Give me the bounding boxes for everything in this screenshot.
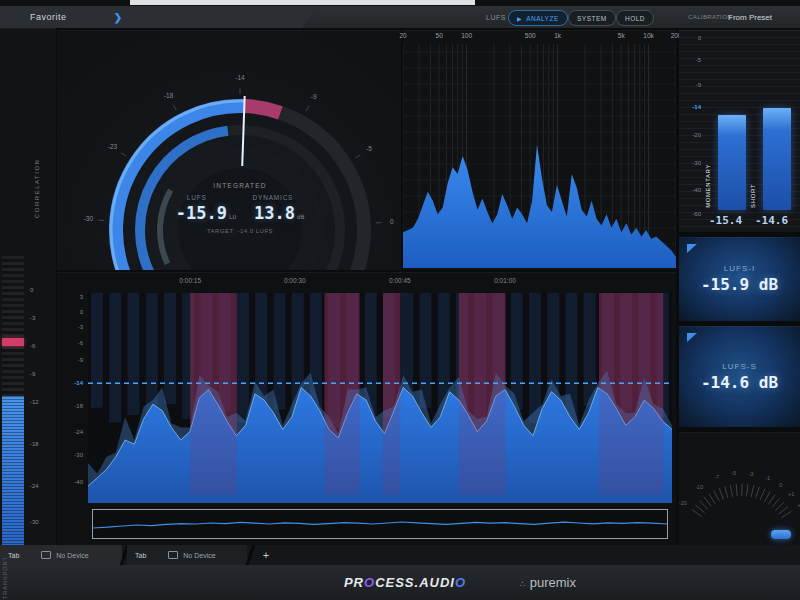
momentary-bar bbox=[718, 115, 746, 210]
peak-scale-label: 0 bbox=[30, 287, 50, 293]
time-tick-label: 0:00:15 bbox=[179, 277, 201, 284]
dynamics-unit: dB bbox=[297, 213, 304, 220]
brand-o-icon: O bbox=[455, 575, 466, 590]
svg-text:-5: -5 bbox=[731, 470, 736, 476]
svg-text:0: 0 bbox=[390, 218, 394, 225]
vu-led-indicator bbox=[771, 530, 791, 539]
freq-tick-label: 500 bbox=[525, 32, 536, 39]
process-audio-logo: PROCESS.AUDIO bbox=[300, 575, 510, 590]
meter-scale-label: -30 bbox=[681, 160, 701, 166]
top-bar: Favorite ❯ LUFS ▶ ANALYZE SYSTEM HOLD CA… bbox=[0, 0, 800, 28]
db-tick-label: -30 bbox=[59, 452, 83, 458]
tab-title: Tab bbox=[135, 552, 146, 559]
tab-title: Tab bbox=[8, 552, 19, 559]
device-icon bbox=[168, 551, 178, 559]
vu-meter-panel: -20-10-7-5-3-10+1+3 bbox=[679, 432, 800, 545]
analyze-button-label: ANALYZE bbox=[526, 15, 559, 22]
brand-o-icon: O bbox=[364, 575, 375, 590]
meter-scale-label: -20 bbox=[681, 132, 701, 138]
time-tick-label: 0:00:45 bbox=[389, 277, 411, 284]
gauge-lufs-label: LUFS bbox=[187, 194, 207, 201]
peak-scale-label: -24 bbox=[30, 483, 50, 489]
history-plot[interactable] bbox=[88, 293, 672, 503]
peak-scale-label: -30 bbox=[30, 519, 50, 525]
flag-icon bbox=[687, 333, 697, 342]
target-label: TARGET: -14.0 LUFS bbox=[117, 228, 363, 234]
svg-text:-3: -3 bbox=[748, 471, 753, 477]
calibration-label: CALIBRATION bbox=[688, 6, 732, 28]
meter-scale-label: -40 bbox=[681, 187, 701, 193]
time-tick-label: 0:01:00 bbox=[494, 277, 516, 284]
puremix-logo: ∴puremix bbox=[520, 575, 576, 590]
svg-text:-5: -5 bbox=[366, 145, 372, 152]
momentary-short-meters-panel: 0-5-9-14-20-30-40-60 MOMENTARY SHORT -15… bbox=[679, 30, 800, 232]
svg-text:-7: -7 bbox=[714, 474, 719, 480]
system-button[interactable]: SYSTEM bbox=[568, 10, 616, 26]
chevron-right-icon[interactable]: ❯ bbox=[108, 6, 128, 28]
loudness-gauge-panel: -40-30-23-18-14-9-50+4 INTEGRATED LUFS D… bbox=[57, 30, 401, 270]
db-tick-label: -3 bbox=[59, 324, 83, 330]
svg-text:-10: -10 bbox=[695, 484, 703, 490]
device-tab-1[interactable]: Tab No Device bbox=[0, 545, 122, 565]
dynamics-value: 13.8 bbox=[254, 203, 295, 223]
device-name: No Device bbox=[183, 552, 215, 559]
plugin-window: Favorite ❯ LUFS ▶ ANALYZE SYSTEM HOLD CA… bbox=[0, 0, 800, 600]
db-tick-label: 0 bbox=[59, 309, 83, 315]
peak-hold-red-segment bbox=[2, 338, 24, 346]
left-sidebar: CORRELATION 0-3-6-9-12-18-24-30 bbox=[0, 28, 56, 545]
correlation-label: CORRELATION bbox=[34, 98, 40, 218]
meter-scale-label: -14 bbox=[681, 104, 701, 110]
brand-text: CESS.AUDI bbox=[375, 575, 455, 590]
loudness-gauge: -40-30-23-18-14-9-50+4 bbox=[57, 30, 401, 270]
lufs-i-label: LUFS-I bbox=[679, 264, 800, 273]
vu-meter: -20-10-7-5-3-10+1+3 bbox=[679, 432, 800, 545]
level-blue-segment bbox=[2, 396, 24, 545]
db-tick-label: -24 bbox=[59, 429, 83, 435]
play-icon: ▶ bbox=[517, 15, 522, 22]
integrated-label: INTEGRATED bbox=[117, 182, 363, 189]
freq-tick-label: 1k bbox=[554, 32, 561, 39]
svg-text:-9: -9 bbox=[311, 93, 317, 100]
add-tab-button[interactable]: + bbox=[256, 545, 276, 565]
db-tick-label: -6 bbox=[59, 340, 83, 346]
svg-text:-30: -30 bbox=[84, 215, 94, 222]
lufs-s-panel: LUFS-S -14.6 dB bbox=[679, 326, 800, 427]
meter-scale-label: -5 bbox=[681, 57, 701, 63]
hold-button[interactable]: HOLD bbox=[616, 10, 654, 26]
short-value: -14.6 bbox=[755, 214, 788, 227]
analyze-button[interactable]: ▶ ANALYZE bbox=[508, 10, 568, 26]
footer: PROCESS.AUDIO ∴puremix bbox=[0, 565, 800, 600]
db-tick-label: -40 bbox=[59, 479, 83, 485]
tab-separator bbox=[246, 545, 255, 565]
meter-scale-label: -9 bbox=[681, 82, 701, 88]
spectrum-analyzer-panel: 20501005001k5k10k20k bbox=[403, 30, 676, 270]
gauge-readout: INTEGRATED LUFS DYNAMICS -15.9LU 13.8dB … bbox=[117, 182, 363, 234]
svg-text:-1: -1 bbox=[765, 475, 770, 481]
svg-text:-20: -20 bbox=[679, 500, 687, 506]
momentary-label: MOMENTARY bbox=[705, 164, 711, 208]
spectrum-plot bbox=[403, 44, 676, 268]
db-tick-label: 3 bbox=[59, 294, 83, 300]
peak-scale-label: -3 bbox=[30, 315, 50, 321]
device-tab-2[interactable]: Tab No Device bbox=[127, 545, 247, 565]
calibration-preset-select[interactable]: From Preset bbox=[728, 6, 772, 28]
meter-scale-label: -60 bbox=[681, 211, 701, 217]
db-tick-label: -9 bbox=[59, 357, 83, 363]
lufs-unit: LU bbox=[229, 213, 236, 220]
device-icon bbox=[41, 551, 51, 559]
puremix-text: puremix bbox=[530, 575, 576, 590]
lufs-s-value: -14.6 dB bbox=[679, 373, 800, 392]
frequency-axis: 20501005001k5k10k20k bbox=[403, 32, 676, 43]
flag-icon bbox=[687, 244, 697, 253]
loudness-history-panel: 0:00:150:00:300:00:450:01:00 30-3-6-9-14… bbox=[57, 272, 676, 545]
svg-text:-23: -23 bbox=[108, 143, 118, 150]
preset-name[interactable]: Favorite bbox=[30, 6, 67, 28]
lufs-s-label: LUFS-S bbox=[679, 362, 800, 371]
top-bar-main: Favorite ❯ LUFS ▶ ANALYZE SYSTEM HOLD CA… bbox=[0, 6, 800, 28]
time-tick-label: 0:00:30 bbox=[284, 277, 306, 284]
peak-meter bbox=[2, 256, 24, 545]
integrated-lufs-value: -15.9 bbox=[176, 203, 227, 223]
gauge-dynamics-label: DYNAMICS bbox=[253, 194, 294, 201]
lufs-i-panel: LUFS-I -15.9 dB bbox=[679, 237, 800, 321]
db-tick-label: -18 bbox=[59, 403, 83, 409]
